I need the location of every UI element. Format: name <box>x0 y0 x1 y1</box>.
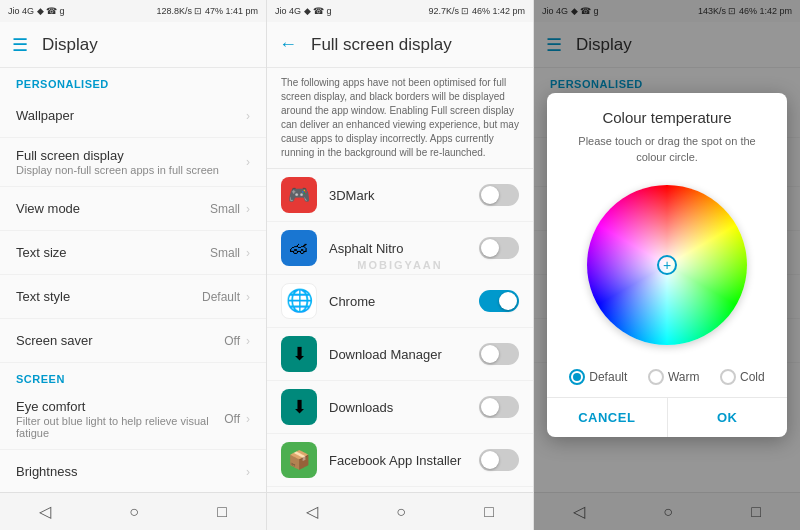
screensaver-item[interactable]: Screen saver Off › <box>0 319 266 363</box>
app-list-scroll: 🎮 3DMark 🏎 Asphalt Nitro 🌐 Chrome ⬇ Down… <box>267 169 533 492</box>
app-name-downloads: Downloads <box>329 400 479 415</box>
colour-temp-dialog: Colour temperature Please touch or drag … <box>547 93 787 437</box>
back-nav-btn-mid[interactable]: ◁ <box>286 496 338 527</box>
mid-header-title: Full screen display <box>311 35 452 55</box>
bottom-nav-mid: ◁ ○ □ <box>267 492 533 530</box>
fullscreen-title: Full screen display <box>16 148 240 163</box>
chevron-icon: › <box>246 465 250 479</box>
chevron-icon: › <box>246 334 250 348</box>
textsize-item[interactable]: Text size Small › <box>0 231 266 275</box>
app-name-3dmark: 3DMark <box>329 188 479 203</box>
viewmode-value: Small <box>210 202 240 216</box>
radio-circle-warm[interactable] <box>648 369 664 385</box>
radio-warm[interactable]: Warm <box>648 369 700 385</box>
chevron-icon: › <box>246 290 250 304</box>
app-icon-3dmark: 🎮 <box>281 177 317 213</box>
app-name-asphalt: Asphalt Nitro <box>329 241 479 256</box>
toggle-downloads[interactable] <box>479 396 519 418</box>
left-panel: Jio 4G ◆ ☎ g 128.8K/s ⊡ 47% 1:41 pm ☰ Di… <box>0 0 267 530</box>
chevron-icon: › <box>246 246 250 260</box>
screensaver-value: Off <box>224 334 240 348</box>
home-nav-btn-mid[interactable]: ○ <box>376 497 426 527</box>
bottom-nav-left: ◁ ○ □ <box>0 492 266 530</box>
status-mid-left: Jio 4G ◆ ☎ g <box>275 6 332 16</box>
app-item-fbinstaller[interactable]: 📦 Facebook App Installer <box>267 434 533 487</box>
textstyle-title: Text style <box>16 289 202 304</box>
textstyle-value: Default <box>202 290 240 304</box>
radio-label-cold: Cold <box>740 370 765 384</box>
app-item-asphalt[interactable]: 🏎 Asphalt Nitro <box>267 222 533 275</box>
status-right-text: 128.8K/s ⊡ 47% 1:41 pm <box>156 6 258 16</box>
viewmode-item[interactable]: View mode Small › <box>0 187 266 231</box>
status-bar-left: Jio 4G ◆ ☎ g 128.8K/s ⊡ 47% 1:41 pm <box>0 0 266 22</box>
chevron-icon: › <box>246 202 250 216</box>
fullscreen-info: The following apps have not been optimis… <box>267 68 533 169</box>
app-icon-downloads: ⬇ <box>281 389 317 425</box>
fullscreen-item[interactable]: Full screen display Display non-full scr… <box>0 138 266 187</box>
radio-label-default: Default <box>589 370 627 384</box>
app-item-3dmark[interactable]: 🎮 3DMark <box>267 169 533 222</box>
radio-circle-default[interactable] <box>569 369 585 385</box>
app-icon-chrome: 🌐 <box>281 283 317 319</box>
textsize-value: Small <box>210 246 240 260</box>
radio-cold[interactable]: Cold <box>720 369 765 385</box>
mid-panel: Jio 4G ◆ ☎ g 92.7K/s ⊡ 46% 1:42 pm ← Ful… <box>267 0 534 530</box>
back-nav-btn[interactable]: ◁ <box>19 496 71 527</box>
toggle-dlmanager[interactable] <box>479 343 519 365</box>
dialog-overlay: Colour temperature Please touch or drag … <box>534 0 800 530</box>
wallpaper-item[interactable]: Wallpaper › <box>0 94 266 138</box>
eyecomfort-title: Eye comfort <box>16 399 224 414</box>
app-icon-dlmanager: ⬇ <box>281 336 317 372</box>
radio-label-warm: Warm <box>668 370 700 384</box>
app-name-dlmanager: Download Manager <box>329 347 479 362</box>
viewmode-title: View mode <box>16 201 210 216</box>
brightness-title: Brightness <box>16 464 240 479</box>
textstyle-item[interactable]: Text style Default › <box>0 275 266 319</box>
wallpaper-title: Wallpaper <box>16 108 240 123</box>
screensaver-title: Screen saver <box>16 333 224 348</box>
status-left-text: Jio 4G ◆ ☎ g <box>8 6 65 16</box>
color-wheel-container[interactable] <box>547 177 787 361</box>
toggle-fbinstaller[interactable] <box>479 449 519 471</box>
brightness-item[interactable]: Brightness › <box>0 450 266 492</box>
home-nav-btn[interactable]: ○ <box>109 497 159 527</box>
toggle-chrome[interactable] <box>479 290 519 312</box>
back-icon[interactable]: ← <box>279 34 297 55</box>
recent-nav-btn-mid[interactable]: □ <box>464 497 514 527</box>
status-mid-right: 92.7K/s ⊡ 46% 1:42 pm <box>428 6 525 16</box>
color-wheel-cursor[interactable] <box>657 255 677 275</box>
toggle-3dmark[interactable] <box>479 184 519 206</box>
app-item-dlmanager[interactable]: ⬇ Download Manager <box>267 328 533 381</box>
app-icon-asphalt: 🏎 <box>281 230 317 266</box>
toggle-asphalt[interactable] <box>479 237 519 259</box>
app-icon-fbinstaller: 📦 <box>281 442 317 478</box>
left-header: ☰ Display <box>0 22 266 68</box>
screen-label-left: SCREEN <box>0 363 266 389</box>
app-name-fbinstaller: Facebook App Installer <box>329 453 479 468</box>
chevron-icon: › <box>246 155 250 169</box>
menu-icon[interactable]: ☰ <box>12 34 28 56</box>
right-panel: Jio 4G ◆ ☎ g 143K/s ⊡ 46% 1:42 pm ☰ Disp… <box>534 0 800 530</box>
mid-header: ← Full screen display <box>267 22 533 68</box>
radio-row: Default Warm Cold <box>547 361 787 397</box>
fullscreen-sub: Display non-full screen apps in full scr… <box>16 164 240 176</box>
app-name-chrome: Chrome <box>329 294 479 309</box>
dialog-subtitle: Please touch or drag the spot on the col… <box>547 134 787 177</box>
recent-nav-btn[interactable]: □ <box>197 497 247 527</box>
status-bar-mid: Jio 4G ◆ ☎ g 92.7K/s ⊡ 46% 1:42 pm <box>267 0 533 22</box>
dialog-buttons: CANCEL OK <box>547 397 787 437</box>
chevron-icon: › <box>246 412 250 426</box>
radio-default[interactable]: Default <box>569 369 627 385</box>
cancel-button[interactable]: CANCEL <box>547 398 668 437</box>
personalised-label-left: PERSONALISED <box>0 68 266 94</box>
app-item-chrome[interactable]: 🌐 Chrome <box>267 275 533 328</box>
app-item-downloads[interactable]: ⬇ Downloads <box>267 381 533 434</box>
eyecomfort-item[interactable]: Eye comfort Filter out blue light to hel… <box>0 389 266 450</box>
left-header-title: Display <box>42 35 98 55</box>
radio-circle-cold[interactable] <box>720 369 736 385</box>
dialog-title: Colour temperature <box>547 93 787 134</box>
color-wheel[interactable] <box>587 185 747 345</box>
eyecomfort-sub: Filter out blue light to help relieve vi… <box>16 415 224 439</box>
chevron-icon: › <box>246 109 250 123</box>
ok-button[interactable]: OK <box>668 398 788 437</box>
